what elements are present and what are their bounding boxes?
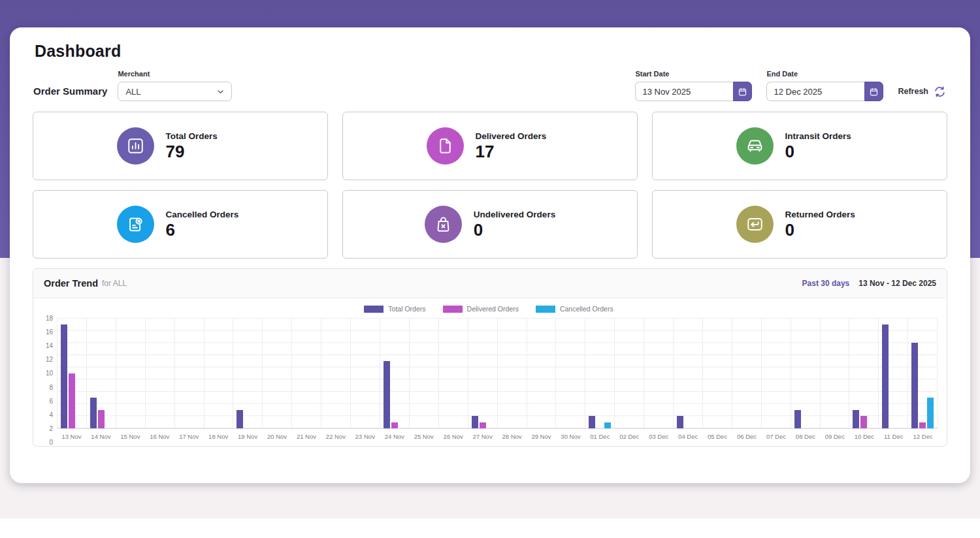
stat-card: Undelivered Orders0 <box>342 190 638 259</box>
order-trend-title: Order Trend <box>44 278 98 289</box>
bar-group <box>175 319 204 428</box>
bar-group <box>498 319 527 428</box>
stat-label: Cancelled Orders <box>166 210 244 219</box>
x-axis-label: 06 Dec <box>732 429 762 442</box>
bag-x-icon <box>434 215 453 234</box>
x-axis-label: 29 Nov <box>527 429 556 442</box>
stat-icon-circle <box>736 206 774 243</box>
bar-group <box>116 319 146 428</box>
stat-icon-circle <box>425 206 462 243</box>
bar-group <box>644 319 674 428</box>
x-axis-label: 24 Nov <box>380 429 409 442</box>
bar-group <box>615 319 644 428</box>
y-axis-tick: 18 <box>46 315 53 322</box>
stat-value: 0 <box>785 221 864 240</box>
bar-group <box>821 319 850 428</box>
x-axis-label: 20 Nov <box>263 429 292 442</box>
bar-group <box>556 319 585 428</box>
bar <box>480 422 486 428</box>
merchant-select-value: ALL <box>125 87 140 97</box>
bar-group <box>468 319 498 428</box>
x-axis-label: 11 Dec <box>879 429 908 442</box>
return-arrow-icon <box>745 215 764 234</box>
bar-group <box>439 319 468 428</box>
bar <box>472 416 478 428</box>
stat-value: 0 <box>474 221 555 240</box>
bar-group <box>292 319 321 428</box>
order-trend-subtitle: for ALL <box>102 279 127 288</box>
stats-grid: Total Orders79Delivered Orders17Intransi… <box>33 112 947 259</box>
refresh-button[interactable] <box>934 85 947 98</box>
bar <box>919 422 926 428</box>
end-date-calendar-button[interactable] <box>864 82 883 101</box>
x-axis-label: 08 Dec <box>791 429 820 442</box>
stat-label: Intransit Orders <box>785 131 864 141</box>
y-axis-tick: 6 <box>49 397 53 404</box>
stat-label: Returned Orders <box>785 210 864 219</box>
bar-group <box>57 319 87 428</box>
x-axis-label: 21 Nov <box>292 429 321 442</box>
bar <box>589 416 595 428</box>
page-title: Dashboard <box>35 42 955 61</box>
dashboard-card: Dashboard Order Summary Merchant ALL Sta… <box>10 27 970 483</box>
bar-group <box>585 319 615 428</box>
bar <box>61 324 67 428</box>
start-date-label: Start Date <box>635 70 766 78</box>
stat-value: 6 <box>166 221 244 240</box>
legend-item[interactable]: Delivered Orders <box>443 305 519 313</box>
bar <box>69 373 75 428</box>
end-date-field: End Date <box>766 70 898 101</box>
stat-value: 0 <box>785 142 864 161</box>
bar <box>911 343 918 428</box>
merchant-field: Merchant ALL <box>118 70 232 101</box>
bar-chart-icon <box>126 136 145 155</box>
stat-label: Delivered Orders <box>476 131 554 141</box>
bar <box>384 361 390 428</box>
calendar-icon <box>738 87 747 97</box>
stat-card: Returned Orders0 <box>652 190 947 259</box>
legend-swatch <box>536 306 555 313</box>
legend-item[interactable]: Total Orders <box>364 305 425 313</box>
stat-icon-circle <box>117 127 154 165</box>
order-trend-header: Order Trend for ALL Past 30 days 13 Nov … <box>33 269 947 298</box>
bar-group <box>410 319 439 428</box>
stat-value: 17 <box>476 142 554 161</box>
order-summary-label: Order Summary <box>33 86 107 101</box>
bar <box>853 410 859 428</box>
car-icon <box>745 136 764 155</box>
merchant-label: Merchant <box>118 70 232 78</box>
end-date-input[interactable] <box>766 82 864 101</box>
merchant-select[interactable]: ALL <box>118 82 232 101</box>
stat-label: Total Orders <box>166 131 244 141</box>
x-axis-label: 26 Nov <box>438 429 468 442</box>
bar-group <box>849 319 879 428</box>
stat-card: Intransit Orders0 <box>652 112 947 180</box>
bar <box>604 422 611 428</box>
bottom-strip <box>0 518 980 538</box>
x-axis-label: 14 Nov <box>86 429 116 442</box>
refresh-icon <box>934 86 946 98</box>
chevron-down-icon <box>216 87 225 97</box>
bar-group <box>527 319 557 428</box>
bar-group <box>351 319 380 428</box>
bar-group <box>146 319 175 428</box>
trend-range-value: 13 Nov - 12 Dec 2025 <box>858 279 936 288</box>
start-date-calendar-button[interactable] <box>733 82 752 101</box>
stat-icon-circle <box>736 127 774 165</box>
stat-icon-circle <box>117 206 154 243</box>
legend-label: Total Orders <box>388 305 425 313</box>
bar <box>237 410 243 428</box>
bar-group <box>380 319 410 428</box>
y-axis-tick: 2 <box>49 424 53 432</box>
start-date-input[interactable] <box>635 82 733 101</box>
stat-value: 79 <box>166 142 244 161</box>
legend-item[interactable]: Cancelled Orders <box>536 305 613 313</box>
chart-legend: Total OrdersDelivered OrdersCancelled Or… <box>40 304 938 314</box>
bar-group <box>732 319 762 428</box>
legend-label: Cancelled Orders <box>560 305 613 313</box>
order-trend-chart: Total OrdersDelivered OrdersCancelled Or… <box>33 298 947 446</box>
y-axis-tick: 8 <box>49 383 53 390</box>
x-axis-label: 28 Nov <box>497 429 527 442</box>
document-icon <box>436 136 455 155</box>
bar-group <box>204 319 234 428</box>
